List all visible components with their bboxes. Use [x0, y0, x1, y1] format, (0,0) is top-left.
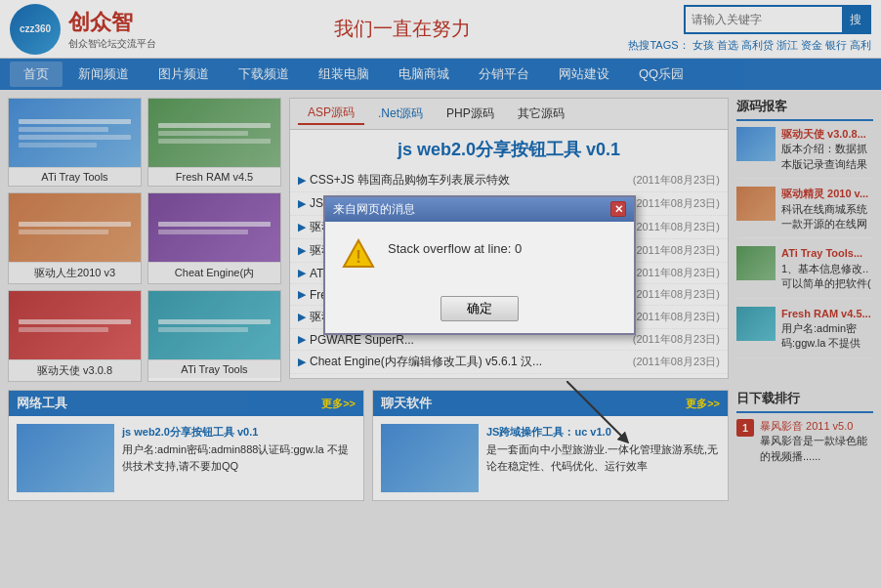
warning-icon: ! [341, 237, 376, 273]
dialog-arrow [566, 381, 645, 459]
dialog-box: 来自网页的消息 ✕ ! Stack overflow at line: 0 确定 [323, 195, 636, 335]
dialog-footer: 确定 [325, 288, 634, 333]
svg-text:!: ! [356, 247, 361, 267]
svg-line-2 [566, 381, 625, 440]
dialog-titlebar: 来自网页的消息 ✕ [325, 197, 634, 222]
dialog-overlay: 来自网页的消息 ✕ ! Stack overflow at line: 0 确定 [0, 0, 881, 509]
dialog-body: ! Stack overflow at line: 0 [325, 222, 634, 288]
dialog-title: 来自网页的消息 [333, 201, 415, 218]
dialog-close-button[interactable]: ✕ [610, 201, 626, 217]
dialog-ok-button[interactable]: 确定 [440, 296, 519, 321]
dialog-message: Stack overflow at line: 0 [388, 237, 522, 256]
